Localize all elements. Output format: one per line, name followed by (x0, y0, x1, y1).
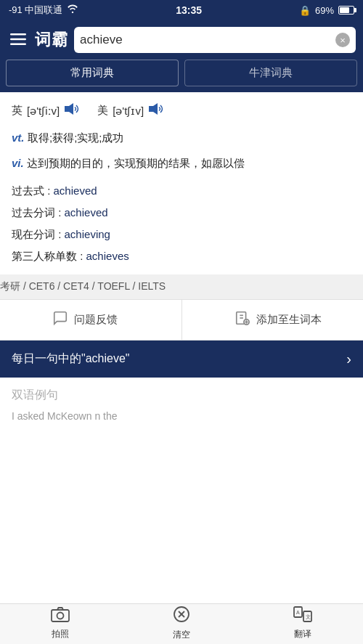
wordbook-button[interactable]: 添加至生词本 (182, 300, 364, 340)
svg-rect-0 (10, 33, 26, 36)
def-text-vt: 取得;获得;实现;成功 (28, 131, 124, 144)
def-text-vi: 达到预期的目的，实现预期的结果，如愿以偿 (27, 157, 245, 169)
search-input[interactable] (80, 33, 335, 47)
status-right: 🔒 69% (299, 5, 354, 16)
wifi-icon (67, 4, 78, 16)
form-present-participle: 现在分词 : achieving (12, 224, 351, 245)
photo-button[interactable]: 拍照 (0, 606, 121, 640)
svg-rect-2 (10, 43, 26, 45)
form-past-participle-value: achieved (65, 206, 108, 219)
bottom-toolbar: 拍照 清空 A 文 翻译 (0, 603, 363, 644)
daily-sentence-text: 每日一句中的"achieve" (12, 351, 130, 367)
battery-icon (338, 6, 354, 15)
status-bar: -91 中国联通 13:35 🔒 69% (0, 0, 363, 20)
tab-common-dictionary[interactable]: 常用词典 (6, 60, 179, 86)
svg-marker-4 (149, 103, 158, 115)
tab-oxford-dictionary[interactable]: 牛津词典 (184, 60, 357, 86)
uk-label: 英 (12, 104, 23, 118)
clear-label: 清空 (173, 629, 190, 641)
translate-button[interactable]: A 文 翻译 (242, 606, 363, 640)
form-past-value: achieved (54, 184, 97, 197)
clear-search-button[interactable]: × (335, 33, 350, 47)
definition-vt: vt. 取得;获得;实现;成功 (12, 128, 351, 147)
form-past-label: 过去式 (12, 184, 44, 197)
app-logo: 词霸 (35, 29, 68, 51)
uk-sound-icon[interactable] (64, 102, 80, 119)
bilingual-title: 双语例句 (12, 388, 351, 403)
form-past-participle: 过去分词 : achieved (12, 202, 351, 224)
word-forms: 过去式 : achieved 过去分词 : achieved 现在分词 : ac… (12, 180, 351, 267)
us-sound-icon[interactable] (148, 102, 164, 119)
tags-text: 考研 / CET6 / CET4 / TOEFL / IELTS (0, 280, 166, 292)
bilingual-section: 双语例句 I asked McKeown n the (0, 378, 363, 435)
lock-icon: 🔒 (299, 5, 311, 16)
chevron-right-icon: › (346, 351, 351, 367)
svg-text:A: A (296, 610, 300, 615)
phonetics-row: 英 [ə'tʃiːv] 美 [ə'tʃɪv] (12, 102, 351, 119)
pos-vt: vt. (12, 131, 25, 144)
form-past: 过去式 : achieved (12, 180, 351, 202)
svg-rect-1 (10, 38, 26, 40)
example-preview: I asked McKeown n the (12, 407, 351, 425)
dictionary-tabs: 常用词典 牛津词典 (0, 60, 363, 92)
exam-tags: 考研 / CET6 / CET4 / TOEFL / IELTS (0, 274, 363, 299)
feedback-button[interactable]: 问题反馈 (0, 300, 182, 340)
battery-percent: 69% (315, 5, 334, 16)
translate-label: 翻译 (294, 628, 311, 640)
feedback-label: 问题反馈 (74, 313, 118, 327)
app-header: 词霸 × (0, 20, 363, 60)
form-third-person-label: 第三人称单数 (12, 250, 77, 262)
wordbook-icon (234, 310, 250, 330)
svg-point-12 (57, 613, 64, 619)
actions-row: 问题反馈 添加至生词本 (0, 299, 363, 341)
photo-label: 拍照 (52, 628, 69, 640)
search-box[interactable]: × (74, 27, 356, 53)
form-third-person-value: achieves (86, 250, 129, 262)
uk-phonetic: 英 [ə'tʃiːv] (12, 102, 80, 119)
form-third-person: 第三人称单数 : achieves (12, 245, 351, 267)
main-content: 英 [ə'tʃiːv] 美 [ə'tʃɪv] (0, 92, 363, 267)
uk-phonetic-text: [ə'tʃiːv] (27, 105, 60, 118)
svg-rect-11 (52, 610, 69, 621)
clear-icon (173, 606, 190, 627)
carrier-text: -91 中国联通 (9, 4, 62, 17)
camera-icon (51, 606, 70, 627)
us-label: 美 (97, 104, 108, 118)
us-phonetic: 美 [ə'tʃɪv] (97, 102, 164, 119)
status-left: -91 中国联通 (9, 4, 78, 17)
definition-vi: vi. 达到预期的目的，实现预期的结果，如愿以偿 (12, 153, 351, 173)
hamburger-icon[interactable] (7, 29, 29, 52)
form-past-participle-label: 过去分词 (12, 206, 55, 219)
us-phonetic-text: [ə'tʃɪv] (113, 105, 144, 118)
pos-vi: vi. (12, 157, 24, 169)
form-present-participle-label: 现在分词 (12, 228, 55, 240)
svg-text:文: 文 (306, 614, 311, 619)
form-present-participle-value: achieving (65, 228, 110, 240)
daily-sentence-banner[interactable]: 每日一句中的"achieve" › (0, 341, 363, 378)
time-display: 13:35 (176, 4, 202, 16)
wordbook-label: 添加至生词本 (256, 313, 322, 327)
svg-marker-3 (65, 103, 73, 115)
feedback-icon (52, 310, 68, 330)
translate-icon: A 文 (293, 606, 312, 627)
clear-button[interactable]: 清空 (121, 606, 242, 641)
